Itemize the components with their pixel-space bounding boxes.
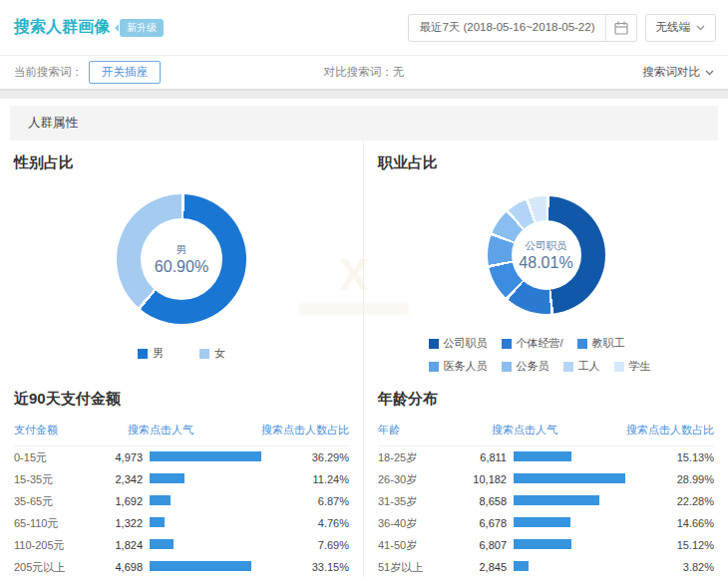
legend-item[interactable]: 男 xyxy=(138,346,164,361)
row-popularity-value: 4,698 xyxy=(106,561,150,573)
legend-label: 学生 xyxy=(629,359,651,374)
row-bar xyxy=(150,451,261,461)
row-bar-cell xyxy=(514,539,650,551)
row-category: 18-25岁 xyxy=(378,450,470,465)
column-header: 支付金额 xyxy=(14,423,106,437)
legend-swatch xyxy=(429,362,439,372)
legend-item[interactable]: 公务员 xyxy=(502,359,549,374)
legend-label: 教职工 xyxy=(592,336,625,351)
row-popularity-value: 1,692 xyxy=(106,495,150,507)
payment-panel: 近90天支付金额 支付金额 搜索点击人气 搜索点击人数占比 0-15元4,973… xyxy=(0,374,364,578)
row-bar xyxy=(514,561,529,571)
occupation-donut-chart[interactable] xyxy=(488,196,605,314)
row-bar-cell xyxy=(150,473,285,485)
row-category: 35-65元 xyxy=(14,494,106,509)
row-category: 110-205元 xyxy=(14,538,106,553)
occupation-panel: 职业占比 公司职员 48.01% 公司职员个体经营/教职工医务人员公务员工人学生 xyxy=(364,141,728,374)
row-bar-cell xyxy=(514,517,650,529)
row-popularity-value: 1,322 xyxy=(106,517,150,529)
row-share-percent: 6.87% xyxy=(285,495,349,507)
occupation-legend: 公司职员个体经营/教职工医务人员公务员工人学生 xyxy=(429,336,664,374)
row-bar-cell xyxy=(150,561,285,573)
table-row: 205元以上4,69833.15% xyxy=(14,556,349,578)
column-header: 搜索点击人数占比 xyxy=(261,423,349,437)
legend-label: 个体经营/ xyxy=(517,336,563,351)
legend-swatch xyxy=(199,349,209,359)
row-popularity-value: 4,973 xyxy=(106,451,150,463)
payment-table-header: 支付金额 搜索点击人气 搜索点击人数占比 xyxy=(14,423,349,446)
row-category: 205元以上 xyxy=(14,560,106,575)
legend-swatch xyxy=(502,362,512,372)
column-header: 搜索点击人气 xyxy=(106,423,261,437)
row-popularity-value: 10,182 xyxy=(470,473,514,485)
keyword-filter-bar: 当前搜索词： 开关插座 对比搜索词：无 搜索词对比 xyxy=(0,56,728,90)
row-bar xyxy=(514,539,571,549)
age-table-header: 年龄 搜索点击人气 搜索点击人数占比 xyxy=(378,423,714,446)
payment-table-body: 0-15元4,97336.29%15-35元2,34211.24%35-65元1… xyxy=(14,446,349,578)
gender-donut-chart[interactable] xyxy=(117,194,246,324)
terminal-selector[interactable]: 无线端 xyxy=(645,14,717,42)
row-bar-cell xyxy=(150,517,285,529)
row-bar xyxy=(150,473,184,483)
occupation-chart-title: 职业占比 xyxy=(378,141,714,172)
page-title: 搜索人群画像 xyxy=(14,17,110,38)
section-divider xyxy=(0,90,728,99)
age-panel: 年龄分布 年龄 搜索点击人气 搜索点击人数占比 18-25岁6,81115.13… xyxy=(364,374,728,578)
legend-swatch xyxy=(502,339,512,349)
keyword-compare-button[interactable]: 搜索词对比 xyxy=(481,65,714,80)
column-header: 年龄 xyxy=(378,423,470,437)
legend-item[interactable]: 工人 xyxy=(563,359,600,374)
gender-donut-wrap: 男 60.90% xyxy=(117,194,246,324)
payment-table-title: 近90天支付金额 xyxy=(14,374,349,409)
legend-label: 男 xyxy=(153,346,164,361)
age-table-title: 年龄分布 xyxy=(378,374,714,409)
row-share-percent: 4.76% xyxy=(285,517,349,529)
legend-label: 公务员 xyxy=(517,359,549,374)
table-row: 110-205元1,8247.69% xyxy=(14,534,349,556)
keyword-compare-label: 搜索词对比 xyxy=(643,65,701,80)
tables-row: 近90天支付金额 支付金额 搜索点击人气 搜索点击人数占比 0-15元4,973… xyxy=(0,374,728,578)
row-share-percent: 14.66% xyxy=(650,517,714,529)
legend-label: 医务人员 xyxy=(444,359,488,374)
gender-panel: 性别占比 男 60.90% 男女 xyxy=(0,141,364,374)
legend-label: 公司职员 xyxy=(444,336,488,351)
table-row: 18-25岁6,81115.13% xyxy=(378,446,714,468)
row-share-percent: 15.13% xyxy=(650,451,714,463)
row-bar-cell xyxy=(514,451,650,463)
legend-item[interactable]: 女 xyxy=(199,346,225,361)
legend-item[interactable]: 学生 xyxy=(614,359,651,374)
current-keyword-group: 当前搜索词： 开关插座 xyxy=(14,61,247,84)
row-bar xyxy=(150,539,174,549)
title-wrap: 搜索人群画像 新升级 xyxy=(14,17,164,38)
row-category: 36-40岁 xyxy=(378,516,470,531)
row-popularity-value: 6,811 xyxy=(470,451,514,463)
row-category: 15-35元 xyxy=(14,472,106,487)
row-bar xyxy=(514,473,625,483)
row-popularity-value: 2,342 xyxy=(106,473,150,485)
terminal-label: 无线端 xyxy=(656,20,691,35)
table-row: 31-35岁8,65822.28% xyxy=(378,490,714,512)
legend-swatch xyxy=(138,349,148,359)
legend-swatch xyxy=(563,362,573,372)
calendar-icon[interactable] xyxy=(605,15,636,41)
legend-swatch xyxy=(614,362,624,372)
title-badge: 新升级 xyxy=(120,19,164,37)
row-popularity-value: 2,845 xyxy=(470,561,514,573)
row-share-percent: 15.12% xyxy=(650,539,714,551)
row-share-percent: 22.28% xyxy=(650,495,714,507)
row-category: 65-110元 xyxy=(14,516,106,531)
legend-label: 女 xyxy=(214,346,225,361)
row-category: 0-15元 xyxy=(14,450,106,465)
row-share-percent: 33.15% xyxy=(285,561,349,573)
current-keyword-tag[interactable]: 开关插座 xyxy=(89,61,161,84)
legend-item[interactable]: 医务人员 xyxy=(429,359,488,374)
row-bar-cell xyxy=(150,539,285,551)
table-row: 26-30岁10,18228.99% xyxy=(378,468,714,490)
legend-item[interactable]: 教职工 xyxy=(577,336,625,351)
date-range-picker[interactable]: 最近7天 (2018-05-16~2018-05-22) xyxy=(408,14,636,42)
compare-keyword-label: 对比搜索词：无 xyxy=(247,65,481,80)
legend-item[interactable]: 公司职员 xyxy=(429,336,488,351)
legend-item[interactable]: 个体经营/ xyxy=(502,336,563,351)
column-header: 搜索点击人数占比 xyxy=(626,423,714,437)
row-bar xyxy=(514,451,571,461)
